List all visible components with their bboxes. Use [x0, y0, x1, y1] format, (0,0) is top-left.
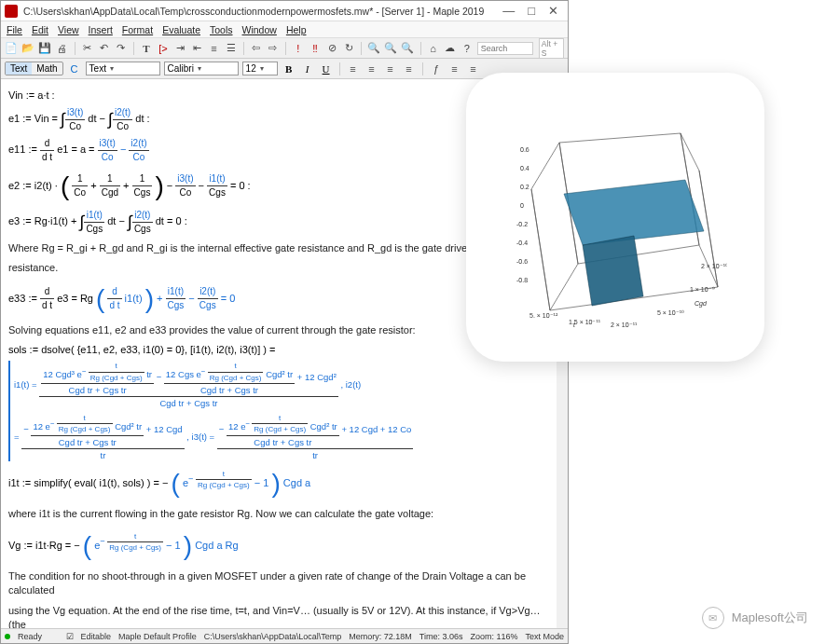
main-toolbar: 📄 📂 💾 🖨 ✂ ↶ ↷ T [> ⇥ ⇤ ≡ ☰ ⇦ ⇨ ! ‼ ⊘ ↻ 🔍… [1, 38, 568, 59]
svg-text:5. × 10⁻¹²: 5. × 10⁻¹² [529, 312, 558, 319]
back-icon[interactable]: ⇦ [250, 41, 263, 56]
list-num-icon[interactable]: ≡ [447, 62, 462, 76]
status-mode: Text Mode [525, 632, 564, 641]
svg-marker-6 [564, 180, 704, 245]
surface-plot-3d: 0.6 0.4 0.2 0 -0.2 -0.4 -0.6 -0.8 5. × 1… [503, 105, 727, 329]
bold-button[interactable]: B [282, 62, 296, 76]
menu-file[interactable]: File [7, 24, 22, 35]
eq-sols: sols := dsolve( {e11, e2, e33, i1(0) = 0… [8, 343, 549, 357]
home-icon[interactable]: ⌂ [426, 41, 439, 56]
execute-icon[interactable]: ! [292, 41, 305, 56]
align-right-icon[interactable]: ≡ [383, 62, 398, 76]
outdent-icon[interactable]: ⇤ [190, 41, 203, 56]
menu-evaluate[interactable]: Evaluate [162, 24, 200, 35]
subsection-icon[interactable]: ☰ [224, 41, 237, 56]
window-title: C:\Users\skhan\AppData\Local\Temp\crossc… [23, 6, 502, 17]
svg-text:5 × 10⁻¹⁰: 5 × 10⁻¹⁰ [657, 309, 684, 316]
func-icon[interactable]: ƒ [429, 62, 444, 76]
svg-marker-1 [531, 143, 578, 310]
svg-text:Cgd: Cgd [694, 300, 708, 308]
text-where2: where i1t is the current flowing in the … [8, 507, 549, 521]
save-icon[interactable]: 💾 [38, 41, 51, 56]
search-input[interactable] [477, 42, 533, 55]
help-icon[interactable]: ? [461, 41, 474, 56]
refresh-icon[interactable]: C [67, 62, 82, 76]
svg-text:-0.2: -0.2 [516, 221, 528, 227]
restart-icon[interactable]: ↻ [342, 41, 355, 56]
menu-help[interactable]: Help [286, 24, 307, 35]
mode-toggle[interactable]: Text Math [5, 62, 63, 75]
eq-vg: Vg := i1t·Rg = − ( e− tRg (Cgd + Cgs) − … [8, 528, 549, 564]
section-icon[interactable]: ≡ [207, 41, 220, 56]
eq-i1t: i1t := simplify( eval( i1(t), sols) ) = … [8, 465, 549, 501]
plot-panel-3d: 0.6 0.4 0.2 0 -0.2 -0.4 -0.6 -0.8 5. × 1… [466, 73, 764, 362]
execute-all-icon[interactable]: ‼ [309, 41, 322, 56]
list-bullet-icon[interactable]: ≡ [466, 62, 481, 76]
insert-text-icon[interactable]: T [140, 41, 153, 56]
menu-format[interactable]: Format [122, 24, 153, 35]
svg-text:0.4: 0.4 [520, 165, 529, 171]
menu-insert[interactable]: Insert [89, 24, 113, 35]
underline-button[interactable]: U [319, 62, 334, 76]
paragraph-style-select[interactable]: Text [86, 62, 160, 75]
menu-view[interactable]: View [58, 24, 79, 35]
status-editable: Editable [81, 632, 112, 641]
open-icon[interactable]: 📂 [21, 41, 34, 56]
text-cond1: The condition for no shoot-through in a … [8, 569, 549, 598]
svg-text:2 × 10⁻¹⁰: 2 × 10⁻¹⁰ [701, 263, 727, 269]
align-left-icon[interactable]: ≡ [346, 62, 361, 76]
indent-icon[interactable]: ⇥ [173, 41, 186, 56]
font-size-select[interactable]: 12 [242, 62, 278, 75]
titlebar: C:\Users\skhan\AppData\Local\Temp\crossc… [1, 1, 568, 21]
text-cond2: using the Vg equation. At the end of the… [8, 604, 549, 628]
stop-icon[interactable]: ⊘ [325, 41, 338, 56]
svg-text:1 × 10⁻⁹: 1 × 10⁻⁹ [690, 286, 715, 293]
italic-button[interactable]: I [300, 62, 315, 76]
app-icon [5, 5, 18, 18]
insert-prompt-icon[interactable]: [> [157, 41, 170, 56]
mode-math[interactable]: Math [32, 62, 62, 75]
status-indicator-icon [5, 634, 10, 639]
svg-text:-0.4: -0.4 [516, 240, 528, 246]
status-profile: Maple Default Profile [118, 632, 197, 641]
svg-text:0.6: 0.6 [520, 146, 529, 153]
attribution: ✉ Maplesoft公司 [702, 607, 808, 629]
align-center-icon[interactable]: ≡ [364, 62, 379, 76]
svg-marker-7 [583, 236, 643, 306]
close-button[interactable]: ✕ [548, 4, 558, 18]
cut-icon[interactable]: ✂ [80, 41, 93, 56]
redo-icon[interactable]: ↷ [115, 41, 128, 56]
status-ready: Ready [18, 632, 42, 641]
shortcut-hint: Alt + S [539, 38, 564, 59]
svg-text:0: 0 [520, 202, 524, 209]
undo-icon[interactable]: ↶ [98, 41, 111, 56]
print-icon[interactable]: 🖨 [55, 41, 68, 56]
font-select[interactable]: Calibri [164, 62, 239, 75]
wechat-icon: ✉ [702, 607, 724, 629]
zoom-in-icon[interactable]: 🔍 [367, 41, 380, 56]
status-path: C:\Users\skhan\AppData\Local\Temp [204, 632, 342, 641]
svg-line-3 [531, 189, 550, 310]
status-memory: Memory: 72.18M [349, 632, 412, 641]
svg-text:-0.8: -0.8 [516, 277, 528, 283]
status-bar: Ready ☑Editable Maple Default Profile C:… [1, 628, 568, 643]
minimize-button[interactable]: — [502, 4, 515, 18]
format-toolbar: Text Math C Text Calibri 12 B I U ≡ ≡ ≡ … [1, 59, 568, 79]
cloud-icon[interactable]: ☁ [444, 41, 457, 56]
menu-window[interactable]: Window [242, 24, 277, 35]
status-time: Time: 3.06s [419, 632, 463, 641]
maximize-button[interactable]: □ [528, 4, 535, 18]
menu-bar: File Edit View Insert Format Evaluate To… [1, 21, 568, 38]
attribution-text: Maplesoft公司 [732, 610, 808, 626]
status-zoom: Zoom: 116% [470, 632, 517, 641]
menu-tools[interactable]: Tools [210, 24, 233, 35]
zoom-100-icon[interactable]: 🔍 [401, 41, 414, 56]
align-justify-icon[interactable]: ≡ [402, 62, 417, 76]
zoom-out-icon[interactable]: 🔍 [384, 41, 397, 56]
new-icon[interactable]: 📄 [5, 41, 18, 56]
mode-text[interactable]: Text [6, 62, 32, 75]
menu-edit[interactable]: Edit [32, 24, 48, 35]
forward-icon[interactable]: ⇨ [267, 41, 280, 56]
svg-text:-0.6: -0.6 [516, 258, 528, 265]
svg-text:0.2: 0.2 [520, 184, 529, 190]
